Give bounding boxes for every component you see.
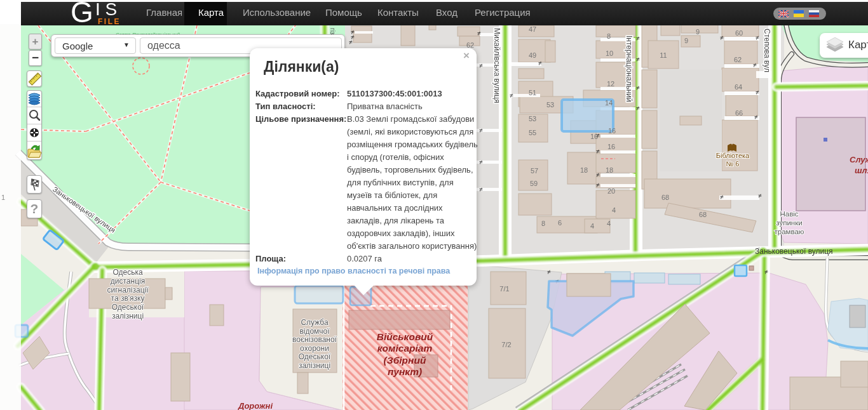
svg-text:охорони: охорони <box>300 344 329 353</box>
svg-text:≠: ≠ <box>477 30 481 37</box>
svg-text:комісаріат: комісаріат <box>377 343 433 354</box>
svg-text:сигналізації: сигналізації <box>107 286 149 294</box>
svg-text:9: 9 <box>684 37 688 44</box>
svg-text:8: 8 <box>541 220 545 227</box>
svg-text:Одеська: Одеська <box>112 268 143 277</box>
svg-text:≠: ≠ <box>720 194 724 201</box>
svg-text:60: 60 <box>735 29 743 37</box>
svg-text:55: 55 <box>529 129 536 136</box>
svg-text:≠: ≠ <box>510 92 513 99</box>
svg-text:Служба: Служба <box>301 318 329 327</box>
svg-text:відомчої: відомчої <box>299 327 330 336</box>
svg-text:62: 62 <box>734 56 742 63</box>
svg-text:53: 53 <box>529 115 536 122</box>
svg-text:зупинки: зупинки <box>776 219 802 227</box>
svg-text:49: 49 <box>529 51 536 59</box>
svg-text:≠: ≠ <box>596 148 600 155</box>
svg-text:59: 59 <box>530 180 538 187</box>
svg-text:16: 16 <box>590 133 598 140</box>
svg-text:18: 18 <box>580 166 588 174</box>
svg-text:11: 11 <box>660 51 667 59</box>
svg-text:Заньковецької вулиця: Заньковецької вулиця <box>755 247 833 256</box>
svg-text:та зв'язку: та зв'язку <box>111 294 145 303</box>
svg-text:≠: ≠ <box>479 62 483 69</box>
svg-text:≠: ≠ <box>754 114 758 121</box>
svg-text:Бібліотека: Бібліотека <box>716 152 750 159</box>
svg-text:47: 47 <box>529 25 536 33</box>
svg-text:8: 8 <box>607 32 611 40</box>
svg-text:Навіс: Навіс <box>780 210 798 218</box>
svg-text:≠: ≠ <box>636 56 640 63</box>
svg-text:≠: ≠ <box>720 34 724 41</box>
svg-text:трамваю: трамваю <box>775 228 804 235</box>
svg-text:залізниці: залізниці <box>112 312 144 321</box>
svg-text:6: 6 <box>558 219 562 227</box>
svg-text:10: 10 <box>606 50 613 57</box>
svg-text:≠: ≠ <box>764 268 768 275</box>
svg-text:4: 4 <box>590 222 594 230</box>
svg-text:≠: ≠ <box>756 89 759 96</box>
svg-text:4: 4 <box>612 206 616 214</box>
svg-text:12: 12 <box>607 80 614 88</box>
svg-text:(Збірний: (Збірний <box>384 355 426 366</box>
svg-text:68: 68 <box>661 194 669 201</box>
svg-text:Одеської: Одеської <box>299 352 331 361</box>
svg-text:пункт): пункт) <box>388 366 422 377</box>
svg-text:шля: шля <box>855 166 868 175</box>
svg-text:53: 53 <box>546 101 554 109</box>
svg-text:9: 9 <box>696 28 700 36</box>
svg-text:16: 16 <box>608 127 616 135</box>
svg-text:51: 51 <box>529 89 536 96</box>
svg-text:воєнізованої: воєнізованої <box>292 335 337 344</box>
svg-text:20: 20 <box>607 187 615 195</box>
svg-text:18: 18 <box>606 166 613 174</box>
svg-text:7/1: 7/1 <box>499 285 509 293</box>
svg-text:≠: ≠ <box>538 60 542 67</box>
svg-text:Інтернаціональний: Інтернаціональний <box>625 36 634 102</box>
svg-text:≠: ≠ <box>596 182 600 188</box>
svg-text:дистанція: дистанція <box>111 277 145 286</box>
svg-text:14: 14 <box>605 99 613 107</box>
svg-text:≠: ≠ <box>636 35 640 42</box>
svg-text:залізниці: залізниці <box>299 361 330 370</box>
svg-text:4: 4 <box>607 220 611 227</box>
svg-text:≠: ≠ <box>349 39 353 46</box>
svg-text:Служ: Служ <box>850 155 868 164</box>
svg-text:≠: ≠ <box>479 186 483 193</box>
svg-text:≠: ≠ <box>479 159 483 166</box>
svg-text:Військовий: Військовий <box>377 331 433 342</box>
svg-text:16: 16 <box>607 143 615 150</box>
svg-text:Степова вул: Степова вул <box>763 29 771 72</box>
svg-text:≠: ≠ <box>756 34 759 41</box>
svg-text:Михайлівська вулиця: Михайлівська вулиця <box>492 28 501 103</box>
svg-text:64: 64 <box>735 83 742 91</box>
svg-text:68: 68 <box>699 211 707 218</box>
svg-text:≠: ≠ <box>636 105 640 112</box>
svg-text:№ 6: № 6 <box>726 160 740 168</box>
svg-text:≠: ≠ <box>596 171 600 178</box>
svg-text:57: 57 <box>531 167 538 175</box>
svg-text:≠: ≠ <box>636 84 640 91</box>
svg-text:Дорожні: Дорожні <box>238 401 273 410</box>
svg-text:66: 66 <box>735 109 743 117</box>
svg-text:≠: ≠ <box>547 268 551 275</box>
svg-text:≠: ≠ <box>753 62 757 69</box>
svg-text:7/2: 7/2 <box>501 341 511 348</box>
svg-text:≠: ≠ <box>758 192 762 199</box>
svg-text:Одеської: Одеської <box>112 303 144 312</box>
svg-text:≠: ≠ <box>479 127 483 134</box>
